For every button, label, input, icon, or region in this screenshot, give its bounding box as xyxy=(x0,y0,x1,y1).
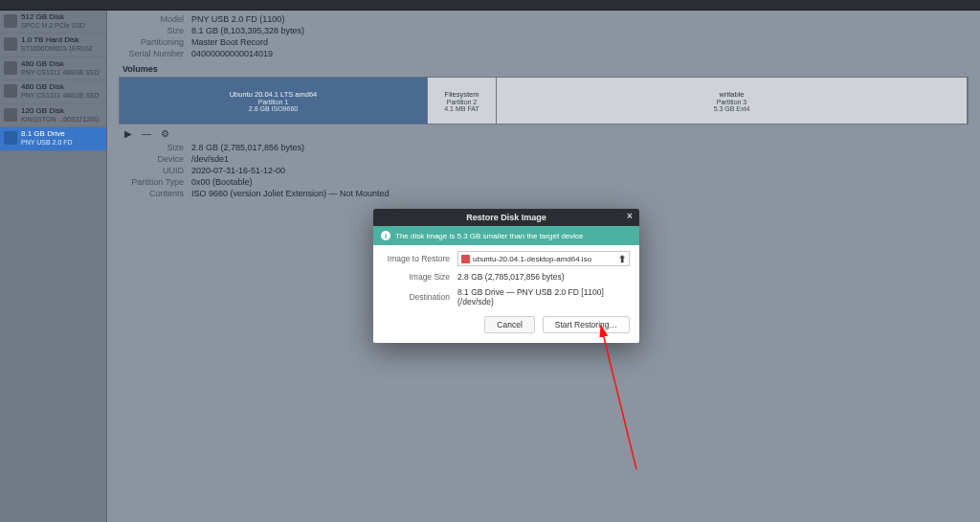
value-serial: 04000000000014019 xyxy=(191,49,273,58)
volume-name: Filesystem xyxy=(445,90,479,99)
restore-disk-image-dialog: Restore Disk Image × i The disk image is… xyxy=(373,209,639,343)
value-ptype: 0x00 (Bootable) xyxy=(191,177,253,187)
device-sidebar: 512 GB Disk SPCC M.2 PCIe SSD 1.0 TB Har… xyxy=(0,11,107,522)
sidebar-item-disk[interactable]: 480 GB Disk PNY CS1311 480GB SSD xyxy=(0,57,106,80)
sidebar-item-sublabel: PNY USB 2.0 FD xyxy=(21,139,73,147)
label-serial: Serial Number xyxy=(119,49,191,58)
sidebar-item-sublabel: KINGSTON ...00S37120G xyxy=(21,116,100,124)
volume-partition[interactable]: Filesystem Partition 2 4.1 MB FAT xyxy=(428,78,497,124)
label-size: Size xyxy=(119,26,191,35)
sidebar-item-sublabel: PNY CS1311 480GB SSD xyxy=(21,69,100,77)
dialog-title: Restore Disk Image xyxy=(466,213,546,222)
volume-size: 2.8 GB ISO9660 xyxy=(249,105,298,112)
volume-toolbar: ▶ — ⚙ xyxy=(119,125,969,143)
image-file-chooser[interactable]: ubuntu-20.04.1-desktop-amd64.iso ⬆ xyxy=(457,251,630,266)
label-partitioning: Partitioning xyxy=(119,37,191,47)
mount-button[interactable]: ▶ xyxy=(124,128,132,139)
label-ptype: Partition Type xyxy=(119,177,191,187)
label-uuid: UUID xyxy=(119,166,191,175)
value-contents: ISO 9660 (version Joliet Extension) — No… xyxy=(191,189,390,198)
value-uuid: 2020-07-31-16-51-12-00 xyxy=(191,166,285,175)
hdd-icon xyxy=(4,84,17,98)
sidebar-item-disk[interactable]: 120 GB Disk KINGSTON ...00S37120G xyxy=(0,104,106,127)
window-titlebar xyxy=(0,0,980,11)
volume-size: 4.1 MB FAT xyxy=(444,105,479,112)
value-size: 8.1 GB (8,103,395,328 bytes) xyxy=(191,26,304,35)
sidebar-item-label: 480 GB Disk xyxy=(21,83,100,92)
info-icon: i xyxy=(381,231,390,240)
label-image-to-restore: Image to Restore xyxy=(383,254,457,263)
sidebar-item-label: 480 GB Disk xyxy=(21,60,100,69)
hdd-icon xyxy=(4,37,17,51)
hdd-icon xyxy=(4,108,17,122)
label-psize: Size xyxy=(119,143,191,152)
sidebar-item-label: 120 GB Disk xyxy=(21,107,100,116)
volume-size: 5.3 GB Ext4 xyxy=(714,105,750,112)
sidebar-item-sublabel: ST1000DM003-1ER162 xyxy=(21,45,93,53)
value-partitioning: Master Boot Record xyxy=(191,37,268,47)
label-contents: Contents xyxy=(119,189,191,198)
label-image-size: Image Size xyxy=(383,272,457,282)
value-device: /dev/sde1 xyxy=(191,154,229,164)
volume-name: writable xyxy=(720,90,745,99)
volumes-row: Ubuntu 20.04.1 LTS amd64 Partition 1 2.8… xyxy=(119,77,969,125)
volume-partition: Partition 2 xyxy=(447,99,478,105)
label-destination: Destination xyxy=(383,292,457,302)
iso-file-icon xyxy=(461,255,470,263)
sidebar-item-sublabel: PNY CS1311 480GB SSD xyxy=(21,92,100,100)
volumes-heading: Volumes xyxy=(122,64,969,74)
volume-name: Ubuntu 20.04.1 LTS amd64 xyxy=(230,90,318,99)
hdd-icon xyxy=(4,14,17,28)
value-psize: 2.8 GB (2,785,017,856 bytes) xyxy=(191,143,304,152)
sidebar-item-disk[interactable]: 480 GB Disk PNY CS1311 480GB SSD xyxy=(0,80,106,103)
sidebar-item-disk[interactable]: 1.0 TB Hard Disk ST1000DM003-1ER162 xyxy=(0,34,106,57)
sidebar-item-drive-selected[interactable]: 8.1 GB Drive PNY USB 2.0 FD xyxy=(0,127,106,150)
volume-partition: Partition 1 xyxy=(258,99,289,105)
info-banner: i The disk image is 5.3 GB smaller than … xyxy=(373,226,639,245)
label-model: Model xyxy=(119,14,191,24)
start-restoring-button[interactable]: Start Restoring… xyxy=(543,316,630,333)
value-destination: 8.1 GB Drive — PNY USB 2.0 FD [1100] (/d… xyxy=(457,287,630,306)
volume-partition: Partition 3 xyxy=(717,99,747,105)
hdd-icon xyxy=(4,61,17,75)
volume-partition[interactable]: writable Partition 3 5.3 GB Ext4 xyxy=(497,78,968,124)
options-button[interactable]: ⚙ xyxy=(161,128,169,139)
label-device: Device xyxy=(119,154,191,164)
sidebar-item-label: 512 GB Disk xyxy=(21,13,85,22)
close-icon[interactable]: × xyxy=(624,211,635,222)
sidebar-item-sublabel: SPCC M.2 PCIe SSD xyxy=(21,22,85,30)
browse-icon[interactable]: ⬆ xyxy=(618,254,626,264)
usb-drive-icon xyxy=(4,131,17,145)
image-file-name: ubuntu-20.04.1-desktop-amd64.iso xyxy=(473,255,615,263)
info-banner-text: The disk image is 5.3 GB smaller than th… xyxy=(395,232,584,240)
sidebar-item-disk[interactable]: 512 GB Disk SPCC M.2 PCIe SSD xyxy=(0,11,106,34)
value-image-size: 2.8 GB (2,785,017,856 bytes) xyxy=(457,272,630,282)
value-model: PNY USB 2.0 FD (1100) xyxy=(191,14,284,24)
volume-partition-selected[interactable]: Ubuntu 20.04.1 LTS amd64 Partition 1 2.8… xyxy=(120,78,428,124)
sidebar-item-label: 8.1 GB Drive xyxy=(21,130,73,139)
dialog-titlebar[interactable]: Restore Disk Image × xyxy=(373,209,639,226)
cancel-button[interactable]: Cancel xyxy=(484,316,534,333)
remove-button[interactable]: — xyxy=(142,128,151,139)
sidebar-item-label: 1.0 TB Hard Disk xyxy=(21,36,93,45)
